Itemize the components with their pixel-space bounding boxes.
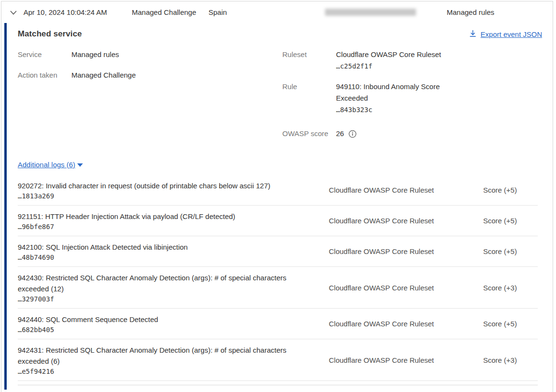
log-description: 921151: HTTP Header Injection Attack via… — [18, 211, 317, 222]
ruleset-id: …c25d2f1f — [336, 60, 453, 72]
log-score: Score (+5) — [483, 247, 538, 255]
event-action: Managed Challenge — [132, 8, 208, 16]
log-row: 920272: Invalid character in request (ou… — [18, 175, 538, 206]
log-row: 942430: Restricted SQL Character Anomaly… — [18, 267, 538, 309]
log-row: 942440: SQL Comment Sequence Detected …6… — [18, 309, 538, 339]
log-score: Score (+5) — [483, 320, 538, 328]
log-description: 942431: Restricted SQL Character Anomaly… — [18, 345, 317, 367]
info-icon[interactable] — [348, 130, 357, 138]
log-ruleset: Cloudflare OWASP Core Ruleset — [317, 356, 483, 364]
log-score: Score (+5) — [483, 186, 538, 194]
log-rule-id: …e5f94216 — [18, 368, 317, 375]
service-field: Service Managed rules — [18, 49, 282, 60]
log-description: 942100: SQL Injection Attack Detected vi… — [18, 242, 317, 253]
log-row: 921151: HTTP Header Injection Attack via… — [18, 206, 538, 236]
event-detail-panel: Matched service Export event JSON Servic… — [4, 23, 553, 390]
download-icon — [469, 30, 476, 39]
owasp-score-field: OWASP score 26 — [282, 128, 542, 139]
log-score: Score (+5) — [483, 217, 538, 225]
matched-service-title: Matched service — [18, 29, 82, 39]
log-rule-id: …1813a269 — [18, 192, 317, 200]
redacted-host-value — [325, 9, 416, 16]
log-ruleset: Cloudflare OWASP Core Ruleset — [317, 284, 483, 292]
log-ruleset: Cloudflare OWASP Core Ruleset — [317, 217, 483, 225]
service-value: Managed rules — [71, 49, 119, 60]
rule-field: Rule 949110: Inbound Anomaly Score Excee… — [282, 81, 542, 115]
table-bottom-border — [18, 381, 538, 385]
ruleset-name: Cloudflare OWASP Core Ruleset — [336, 49, 453, 60]
log-rule-id: …96bfe867 — [18, 223, 317, 231]
log-description: 920272: Invalid character in request (ou… — [18, 180, 317, 191]
action-taken-label: Action taken — [18, 69, 71, 81]
log-ruleset: Cloudflare OWASP Core Ruleset — [317, 320, 483, 328]
log-ruleset: Cloudflare OWASP Core Ruleset — [317, 186, 483, 194]
log-score: Score (+3) — [483, 356, 538, 364]
log-rule-id: …48b74690 — [18, 254, 317, 261]
chevron-down-icon[interactable] — [9, 9, 18, 16]
ruleset-label: Ruleset — [282, 49, 336, 72]
additional-logs-table: 920272: Invalid character in request (ou… — [18, 175, 538, 381]
log-row: 942431: Restricted SQL Character Anomaly… — [18, 339, 538, 381]
log-rule-id: …682bb405 — [18, 326, 317, 334]
action-taken-field: Action taken Managed Challenge — [18, 69, 282, 81]
event-service: Managed rules — [447, 8, 553, 16]
owasp-score-value: 26 — [336, 128, 344, 139]
ruleset-field: Ruleset Cloudflare OWASP Core Ruleset …c… — [282, 49, 542, 72]
rule-id: …843b323c — [336, 104, 453, 115]
export-event-json-link[interactable]: Export event JSON — [469, 30, 542, 39]
rule-label: Rule — [282, 81, 336, 115]
action-taken-value: Managed Challenge — [71, 69, 136, 81]
rule-name: 949110: Inbound Anomaly Score Exceeded — [336, 81, 453, 104]
firewall-event-card: Apr 10, 2024 10:04:24 AM Managed Challen… — [1, 1, 553, 392]
event-timestamp: Apr 10, 2024 10:04:24 AM — [23, 8, 132, 16]
caret-down-icon[interactable] — [77, 162, 83, 168]
service-label: Service — [18, 49, 71, 60]
log-row: 942100: SQL Injection Attack Detected vi… — [18, 236, 538, 267]
log-ruleset: Cloudflare OWASP Core Ruleset — [317, 247, 483, 255]
log-score: Score (+3) — [483, 284, 538, 292]
additional-logs-toggle[interactable]: Additional logs (6) — [18, 161, 75, 169]
log-description: 942430: Restricted SQL Character Anomaly… — [18, 272, 317, 294]
event-country: Spain — [208, 8, 325, 16]
event-row-header[interactable]: Apr 10, 2024 10:04:24 AM Managed Challen… — [1, 1, 553, 23]
log-rule-id: …3297003f — [18, 295, 317, 303]
log-description: 942440: SQL Comment Sequence Detected — [18, 314, 317, 325]
export-event-json-label: Export event JSON — [481, 30, 542, 38]
owasp-score-label: OWASP score — [282, 128, 336, 139]
